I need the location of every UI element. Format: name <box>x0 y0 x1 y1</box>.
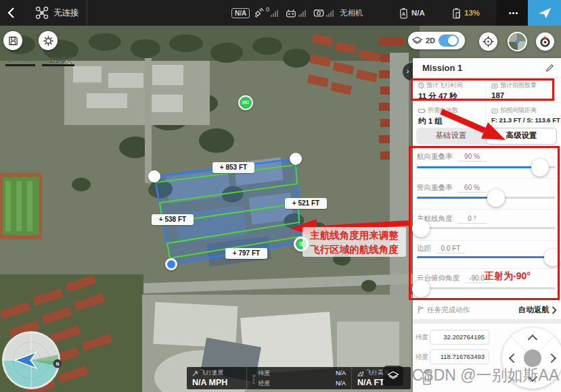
connection-status-label: 无连接 <box>53 7 79 19</box>
stat-photo-interval: 拍照间隔距离 F: 21.3 FT / S: 113.6 FT <box>486 102 561 126</box>
flag-icon <box>418 306 424 314</box>
edit-pencil-icon[interactable] <box>545 64 554 72</box>
gear-icon <box>43 35 54 47</box>
map-layer-switch-button[interactable] <box>383 366 403 386</box>
longitude-input[interactable]: 118.716763493 <box>430 349 489 364</box>
forward-overlap-slider[interactable] <box>417 166 556 168</box>
top-status-bar: 无连接 N/A 0 <box>0 0 561 26</box>
more-menu-button[interactable]: ••• <box>503 0 524 26</box>
telemetry-coords: WGS 纬度N/A 经度N/A <box>246 367 351 389</box>
aircraft-battery-value: N/A <box>411 9 425 17</box>
nudge-right-chevron-icon[interactable] <box>547 353 556 363</box>
nudge-center-button[interactable] <box>524 349 541 367</box>
annotation-gimbal-note: 正射为-90° <box>485 270 531 283</box>
mission-panel: Mission 1 预计飞行时间 11 分 47 秒 预计拍照数量 187 所需… <box>413 58 561 392</box>
course-angle-value[interactable]: 0 ° <box>458 215 487 224</box>
tab-basic-settings[interactable]: 基础设置 <box>416 128 486 145</box>
margin-value[interactable]: 0.0 FT <box>436 245 465 253</box>
finish-action-value: 自动返航 <box>518 305 549 315</box>
vertex-handle-top-left[interactable] <box>148 170 160 182</box>
slider-knob[interactable] <box>487 189 505 207</box>
vertex-handle-top-right[interactable] <box>290 153 302 165</box>
edge-length-bottom: + 797 FT <box>225 248 267 259</box>
slider-row-forward-overlap: 航向重叠率 90 % <box>413 147 561 178</box>
app-screen: S RC + 853 FT + 521 FT + 538 FT + 797 FT… <box>0 0 561 392</box>
position-nudge-dpad[interactable] <box>502 328 561 389</box>
edge-length-left: + 538 FT <box>152 214 194 225</box>
rc-battery-status: 13% <box>452 0 480 26</box>
slider-row-course-angle: 主航线角度 0 ° <box>413 210 561 241</box>
photo-count-icon <box>491 83 498 89</box>
speed-icon <box>192 370 198 376</box>
gps-count: 0 <box>266 6 269 13</box>
map-style-button[interactable] <box>508 32 527 51</box>
locate-crosshair-icon <box>483 36 494 47</box>
camera-signal-bars <box>326 9 334 17</box>
slider-knob[interactable] <box>531 159 549 176</box>
tab-advanced-settings[interactable]: 高级设置 <box>486 128 557 145</box>
margin-slider[interactable] <box>417 256 556 258</box>
forward-overlap-value[interactable]: 90 % <box>458 153 487 162</box>
nudge-left-chevron-icon[interactable] <box>509 353 518 363</box>
vertex-handle-selected[interactable] <box>165 258 177 270</box>
remote-controller-icon <box>286 8 296 18</box>
map-mode-pill[interactable]: 2D <box>408 32 465 49</box>
altitude-icon <box>357 370 364 376</box>
side-overlap-slider[interactable] <box>417 197 556 199</box>
rc-battery-icon <box>452 7 461 19</box>
gps-signal-bars <box>271 9 278 17</box>
stat-photo-count: 预计拍照数量 187 <box>486 78 561 101</box>
latitude-input[interactable]: 32.202764195 <box>430 330 489 345</box>
nudge-up-chevron-icon[interactable] <box>528 335 537 344</box>
nudge-down-chevron-icon[interactable] <box>528 372 537 382</box>
aircraft-battery-status: A N/A <box>399 0 425 26</box>
layers-icon <box>388 371 399 381</box>
gps-status: 0 <box>253 0 278 26</box>
side-overlap-value[interactable]: 60 % <box>458 184 487 193</box>
trash-icon <box>420 368 434 386</box>
drone-icon <box>35 6 49 20</box>
edge-length-right: + 521 FT <box>285 198 327 209</box>
rc-battery-value: 13% <box>464 9 480 17</box>
aircraft-status: 无连接 <box>35 0 79 26</box>
attitude-compass-widget: N <box>1 330 62 391</box>
flight-mode-badge: N/A <box>231 0 250 26</box>
camera-icon <box>313 8 324 18</box>
locate-button[interactable] <box>479 32 497 51</box>
rc-signal-bars <box>298 9 306 17</box>
save-mission-button[interactable] <box>3 31 22 50</box>
back-button[interactable] <box>7 0 15 26</box>
edge-length-top: + 853 FT <box>212 162 254 173</box>
svg-text:A: A <box>402 11 406 17</box>
slider-knob[interactable] <box>412 280 430 297</box>
rc-location-marker: RC <box>238 95 253 110</box>
map-layers-icon <box>412 36 422 45</box>
map-2d-toggle[interactable] <box>439 34 459 47</box>
finish-action-row[interactable]: 任务完成动作 自动返航 <box>413 301 561 318</box>
battery-pack-icon <box>418 108 426 114</box>
compass-reset-button[interactable] <box>536 32 554 51</box>
camera-signal: 无相机 <box>313 0 363 26</box>
slider-knob[interactable] <box>544 249 561 266</box>
course-angle-slider[interactable] <box>417 227 556 229</box>
slider-row-side-overlap: 旁向重叠率 60 % <box>413 178 561 210</box>
compass-icon <box>539 35 552 48</box>
slider-knob[interactable] <box>412 220 430 237</box>
slider-row-margin: 边距 0.0 FT <box>413 239 561 269</box>
scale-zero-label: 0 <box>8 57 12 64</box>
interval-distance-icon <box>491 108 498 114</box>
ellipsis-icon: ••• <box>509 9 519 17</box>
aircraft-battery-icon: A <box>399 7 408 19</box>
save-icon <box>8 36 18 46</box>
back-chevron-icon <box>7 7 15 19</box>
camera-status-label: 无相机 <box>340 8 363 18</box>
satellite-icon <box>253 7 265 19</box>
wgs-label: WGS <box>252 369 256 389</box>
clock-icon <box>418 82 424 89</box>
gimbal-pitch-slider[interactable] <box>417 287 556 289</box>
telemetry-speed: 飞行速度 N/A MPH <box>187 367 246 389</box>
settings-tabs: 基础设置 高级设置 <box>416 128 557 145</box>
takeoff-button[interactable] <box>528 0 561 26</box>
annotation-note: 主航线角度用来调整 飞行区域的航线角度 <box>302 227 406 257</box>
settings-button[interactable] <box>39 31 58 50</box>
